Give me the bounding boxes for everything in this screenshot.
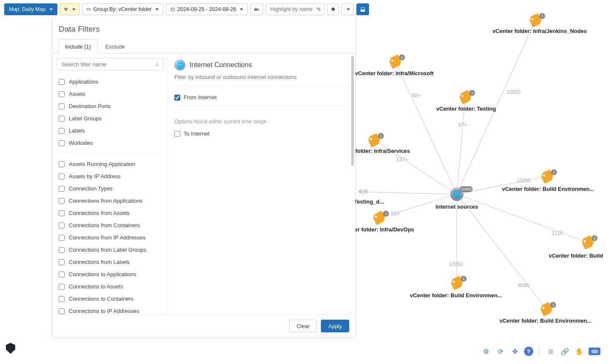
filter-item-checkbox[interactable] <box>59 308 65 314</box>
forward-button[interactable] <box>250 3 263 15</box>
filter-item[interactable]: Assets by IP Address <box>57 170 163 182</box>
filter-item[interactable]: Connections from Containers <box>57 219 163 231</box>
filter-item[interactable]: Connections from Assets <box>57 207 163 219</box>
divider <box>174 106 347 106</box>
from-internet-row[interactable]: From Internet <box>174 92 347 102</box>
clear-button[interactable]: Clear <box>289 320 317 332</box>
search-icon <box>155 61 159 67</box>
link-icon[interactable]: 🔗 <box>560 346 570 356</box>
filter-item-label: Applications <box>69 79 98 85</box>
filter-item[interactable]: Connections from Labels <box>57 256 163 268</box>
layout-button[interactable] <box>327 3 339 15</box>
filter-item-checkbox[interactable] <box>59 284 65 290</box>
panel-body: ApplicationsAssetsDestination PortsLabel… <box>53 54 355 314</box>
filter-item[interactable]: Applications <box>57 76 163 88</box>
edge-label: 68+ <box>412 92 421 98</box>
edge-label: 137+ <box>396 157 407 163</box>
options-note: Options found within current time range … <box>174 119 347 125</box>
edge-label: 8086 <box>518 283 529 288</box>
internet-sources-node[interactable]: 🌐 <box>450 187 464 201</box>
filter-item-checkbox[interactable] <box>59 210 65 216</box>
filter-item[interactable]: Worksites <box>57 137 163 149</box>
panel-title: Data Filters <box>53 17 355 39</box>
filter-detail: 🌐 Internet Connections Filter by inbound… <box>167 54 355 314</box>
filter-item-checkbox[interactable] <box>59 161 65 167</box>
filter-item[interactable]: Labels <box>57 125 163 137</box>
from-internet-checkbox[interactable] <box>174 95 180 101</box>
filter-item[interactable]: Label Groups <box>57 112 163 125</box>
filter-item[interactable]: Connections to IP Addresses <box>57 305 163 314</box>
filter-item-label: Connections from Label Groups <box>69 247 147 253</box>
folder-tag-icon[interactable] <box>367 133 382 148</box>
apply-button[interactable]: Apply <box>321 320 349 332</box>
help-icon[interactable]: ? <box>524 347 533 356</box>
daterange-select[interactable]: 2024-09-25 - 2024-09-26 <box>166 3 248 15</box>
folder-tag-icon[interactable] <box>450 276 464 291</box>
node-badge: 2 <box>592 235 597 241</box>
edge-label: 514 <box>391 211 399 217</box>
list-icon[interactable]: ≣ <box>546 346 556 356</box>
filter-item[interactable]: Connections from Label Groups <box>57 244 163 256</box>
refresh-icon[interactable]: ⟳ <box>495 346 505 356</box>
groupby-select[interactable]: Group By: vCenter folder <box>82 3 163 15</box>
filter-item-checkbox[interactable] <box>59 186 65 192</box>
filter-item-checkbox[interactable] <box>59 128 65 134</box>
highlight-input[interactable] <box>266 3 325 15</box>
filter-item-checkbox[interactable] <box>59 198 65 204</box>
filter-item[interactable]: Connections to Applications <box>57 268 163 280</box>
filter-item[interactable]: Assets <box>57 88 163 100</box>
to-internet-label: To Internet <box>184 130 209 137</box>
highlight-wrap <box>266 3 325 15</box>
settings-icon[interactable]: ⚙ <box>481 346 491 356</box>
fit-icon[interactable]: ✥ <box>510 346 520 356</box>
filter-item-label: Assets <box>69 91 85 97</box>
filter-item-checkbox[interactable] <box>59 174 65 179</box>
filter-item[interactable]: Connections from Applications <box>57 195 163 207</box>
filter-item-checkbox[interactable] <box>59 223 65 228</box>
filter-search-input[interactable] <box>57 58 163 71</box>
folder-tag-icon[interactable] <box>581 235 595 250</box>
daterange-label: 2024-09-25 - 2024-09-26 <box>177 6 236 12</box>
svg-line-5 <box>358 192 457 194</box>
folder-tag-icon[interactable] <box>372 211 387 225</box>
filter-item[interactable]: Connections to Containers <box>57 293 163 305</box>
pan-icon[interactable]: ✋ <box>574 346 584 356</box>
filter-item-label: Connections to Applications <box>69 271 136 277</box>
filter-item-checkbox[interactable] <box>59 247 65 253</box>
filter-item[interactable]: Destination Ports <box>57 100 163 112</box>
filter-item-checkbox[interactable] <box>59 91 65 97</box>
folder-tag-icon[interactable] <box>458 90 473 105</box>
filter-button[interactable] <box>60 3 79 15</box>
to-internet-row[interactable]: To Internet <box>174 129 347 139</box>
layout-dropdown[interactable] <box>342 3 354 15</box>
separator <box>539 347 540 356</box>
filter-item-checkbox[interactable] <box>59 140 65 146</box>
tab-exclude[interactable]: Exclude <box>98 39 132 54</box>
save-button[interactable] <box>356 3 369 15</box>
filter-item-checkbox[interactable] <box>59 103 65 109</box>
tab-include[interactable]: Include (1) <box>58 39 98 54</box>
filter-item[interactable]: Connections to Assets <box>57 280 163 293</box>
node-label: vCenter folder: Build <box>549 253 603 259</box>
filter-item[interactable]: Assets Running Application <box>57 158 163 170</box>
filter-item-checkbox[interactable] <box>59 259 65 265</box>
node-label: vCenter folder: Build Environmen... <box>502 186 594 192</box>
filter-item[interactable]: Connection Types <box>57 182 163 195</box>
node-badge: 1 <box>461 276 467 282</box>
keyboard-icon[interactable]: ⌨ <box>589 348 600 355</box>
node-label: vCenter folder: Build Environmen... <box>499 318 592 324</box>
filter-item-checkbox[interactable] <box>59 296 65 302</box>
divider <box>174 86 347 87</box>
filter-item-checkbox[interactable] <box>59 272 65 277</box>
folder-tag-icon[interactable] <box>388 54 403 69</box>
filter-item-checkbox[interactable] <box>59 79 65 85</box>
map-select[interactable]: Map: Daily Map <box>4 3 57 15</box>
filter-item[interactable]: Connections from IP Addresses <box>57 231 163 244</box>
folder-tag-icon[interactable] <box>539 302 554 317</box>
filter-item-checkbox[interactable] <box>59 116 65 122</box>
svg-line-3 <box>374 140 457 194</box>
filter-item-label: Connections from IP Addresses <box>69 234 146 241</box>
to-internet-checkbox[interactable] <box>174 131 180 137</box>
filter-item-checkbox[interactable] <box>59 235 65 241</box>
folder-tag-icon[interactable] <box>540 169 555 184</box>
